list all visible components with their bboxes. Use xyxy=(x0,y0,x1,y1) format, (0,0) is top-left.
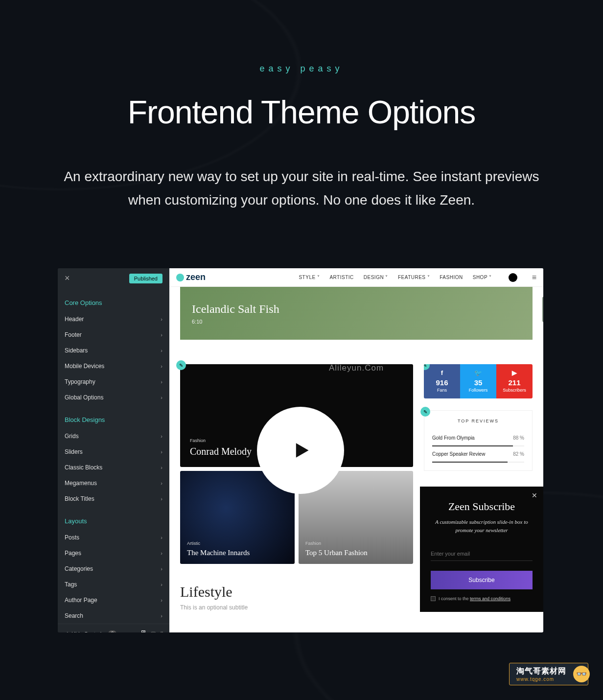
sidebar-item[interactable]: Pages› xyxy=(58,545,169,561)
social-count[interactable]: 🐦35Followers xyxy=(460,364,496,398)
sidebar-item[interactable]: Search› xyxy=(58,608,169,624)
sidebar-item-label: Global Options xyxy=(65,394,103,401)
hero-card[interactable]: Icelandic Salt Fish 6:10 ▶ 1:29 Summer T… xyxy=(180,287,533,340)
sidebar-item[interactable]: Block Titles› xyxy=(58,491,169,507)
sidebar-item[interactable]: Grids› xyxy=(58,428,169,444)
nav-item[interactable]: DESIGN ˅ xyxy=(364,275,388,280)
eyebrow: easy peasy xyxy=(59,64,544,74)
chevron-right-icon: › xyxy=(161,433,162,439)
card-title: The Machine Innards xyxy=(187,549,288,557)
section-title: Lifestyle xyxy=(180,583,413,600)
glasses-icon: 👓 xyxy=(573,666,590,682)
chevron-right-icon: › xyxy=(161,379,162,385)
sidebar-item[interactable]: Classic Blocks› xyxy=(58,460,169,475)
chevron-right-icon: › xyxy=(161,395,162,400)
chevron-right-icon: › xyxy=(161,582,162,587)
nav-item[interactable]: SHOP ˅ xyxy=(473,275,492,280)
nav-item[interactable]: FEATURES ˅ xyxy=(398,275,430,280)
subscribe-button[interactable]: Subscribe xyxy=(431,571,533,589)
review-row[interactable]: Gold From Olympia88 % xyxy=(432,430,524,445)
social-icon: ▶ xyxy=(496,369,533,376)
chevron-right-icon: › xyxy=(161,348,162,353)
review-title: Gold From Olympia xyxy=(432,435,475,441)
review-title: Copper Speaker Review xyxy=(432,451,485,457)
sidebar-item-label: Search xyxy=(65,612,83,619)
nav-item[interactable]: STYLE ˅ xyxy=(299,275,320,280)
section-subtitle: This is an optional subtitle xyxy=(180,604,413,611)
mobile-icon[interactable]: ▯ xyxy=(160,630,163,632)
center-watermark: Alileyun.Com xyxy=(329,363,384,373)
sidebar-item-label: Pages xyxy=(65,550,81,557)
count-label: Fans xyxy=(424,388,460,393)
sidebar-item-label: Author Page xyxy=(65,597,97,604)
brand-text: zeen xyxy=(186,272,206,282)
sidebar-item[interactable]: Megamenus› xyxy=(58,475,169,491)
badge-count: 6 xyxy=(108,630,117,632)
modal-title: Zeen Subscribe xyxy=(431,500,533,513)
terms-link[interactable]: terms and conditions xyxy=(470,596,510,601)
social-icon: f xyxy=(424,369,460,376)
sidebar-item[interactable]: Sliders› xyxy=(58,444,169,460)
chevron-right-icon: › xyxy=(161,363,162,369)
sidebar-item-label: Block Titles xyxy=(65,495,94,502)
social-count[interactable]: ▶211Subscribers xyxy=(496,364,533,398)
sidebar-item-label: Grids xyxy=(65,433,79,440)
sidebar-item-label: Footer xyxy=(65,331,82,338)
nav-item[interactable]: FASHION xyxy=(440,275,463,280)
section-heading: Layouts xyxy=(58,507,169,530)
chevron-right-icon: › xyxy=(161,480,162,486)
review-score: 82 % xyxy=(513,451,524,457)
reviews-panel: ✎ TOP REVIEWS Gold From Olympia88 %Coppe… xyxy=(424,410,533,471)
avatar[interactable] xyxy=(509,273,517,282)
sidebar-item[interactable]: Typography› xyxy=(58,374,169,390)
sidebar-item-label: Posts xyxy=(65,534,79,541)
collapse-icon[interactable]: ◀ xyxy=(64,630,68,632)
consent-checkbox[interactable] xyxy=(431,596,436,601)
sidebar-item[interactable]: Mobile Devices› xyxy=(58,358,169,374)
customizer-sidebar: × Published Core OptionsHeader›Footer›Si… xyxy=(58,268,169,632)
video-thumb[interactable]: ▶ 1:29 xyxy=(542,297,543,322)
hide-controls-label[interactable]: Hide Controls xyxy=(71,631,104,633)
watermark-title: 淘气哥素材网 xyxy=(516,666,566,677)
sidebar-item[interactable]: Footer› xyxy=(58,327,169,343)
section-heading: Block Designs xyxy=(58,405,169,428)
sidebar-item[interactable]: Sidebars› xyxy=(58,343,169,358)
sidebar-item-label: Megamenus xyxy=(65,480,97,487)
social-icon: 🐦 xyxy=(460,369,496,376)
publish-button[interactable]: Published xyxy=(129,274,162,283)
sidebar-item-label: Categories xyxy=(65,565,93,572)
play-icon xyxy=(290,440,311,461)
count: 916 xyxy=(424,378,460,387)
sidebar-item-label: Typography xyxy=(65,378,95,385)
sidebar-item[interactable]: Tags› xyxy=(58,577,169,592)
corner-watermark: 淘气哥素材网 www.tqge.com 👓 xyxy=(509,663,588,685)
desktop-icon[interactable]: 🖥 xyxy=(140,629,146,632)
sidebar-item[interactable]: Posts› xyxy=(58,530,169,545)
brand-logo[interactable]: zeen xyxy=(176,272,206,282)
edit-icon[interactable]: ✎ xyxy=(176,360,186,370)
tablet-icon[interactable]: ▢ xyxy=(150,630,156,632)
sidebar-item[interactable]: Global Options› xyxy=(58,390,169,405)
play-button[interactable] xyxy=(257,407,344,494)
sidebar-item[interactable]: Header› xyxy=(58,311,169,327)
email-field[interactable] xyxy=(431,547,533,561)
sidebar-item-label: Mobile Devices xyxy=(65,363,104,370)
chevron-right-icon: › xyxy=(161,566,162,572)
sidebar-item[interactable]: Author Page› xyxy=(58,592,169,608)
watermark-url: www.tqge.com xyxy=(516,677,566,682)
social-count[interactable]: f916Fans xyxy=(424,364,460,398)
section-heading: Core Options xyxy=(58,288,169,311)
menu-icon[interactable]: ≡ xyxy=(532,273,536,282)
sidebar-item[interactable]: Categories› xyxy=(58,561,169,577)
modal-subtitle: A customizable subscription slide-in box… xyxy=(431,518,533,534)
count: 211 xyxy=(496,378,533,387)
subheading: An extraordinary new way to set up your … xyxy=(59,165,544,211)
social-counts: ✎ f916Fans🐦35Followers▶211Subscribers xyxy=(424,364,533,398)
close-icon[interactable]: ✕ xyxy=(532,491,537,499)
chevron-right-icon: › xyxy=(161,496,162,502)
sidebar-item-label: Sliders xyxy=(65,448,83,455)
close-icon[interactable]: × xyxy=(65,273,70,283)
review-row[interactable]: Copper Speaker Review82 % xyxy=(432,446,524,462)
nav-item[interactable]: ARTISTIC xyxy=(329,275,353,280)
edit-icon[interactable]: ✎ xyxy=(420,407,430,417)
